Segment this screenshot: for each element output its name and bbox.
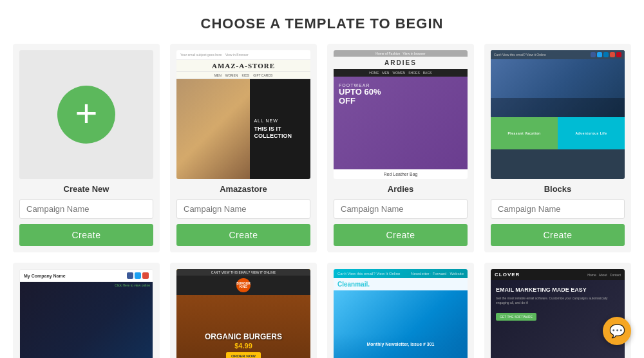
company-name: My Company Name — [24, 274, 66, 278]
clover-nav-home: Home — [587, 273, 596, 277]
linkedin-icon — [603, 52, 609, 57]
clover-nav: CLOVER Home About Contact — [491, 269, 625, 280]
template-card-company: My Company Name Click Here to view onlin… — [13, 263, 160, 358]
cleanmail-top-bar: Can't View this email? View It Online Ne… — [334, 269, 468, 278]
twitter-icon — [597, 52, 602, 57]
blocks-cell-adventure: Adventurous Life — [558, 117, 625, 149]
cleanmail-issue: Monthly Newsletter, Issue # 301 — [366, 342, 434, 346]
template-card-burger: CAN'T VIEW THIS EMAIL? VIEW IT ONLINE BU… — [170, 263, 317, 358]
ardies-nav-men: MEN — [382, 71, 389, 75]
amazastore-label: Amazastore — [220, 184, 267, 194]
amaz-view-browser: View in Browser — [225, 53, 249, 57]
clover-preview: CLOVER Home About Contact EMAIL MARKETIN… — [491, 269, 625, 358]
amaz-brand: AMAZ-A-STORE — [176, 60, 310, 71]
ardies-label: Ardies — [388, 184, 413, 194]
company-header: My Company Name — [20, 270, 153, 282]
ardies-preview: Home of Fashion View in browser ARDIES H… — [334, 50, 468, 179]
amaz-text-panel: ALL NEW THIS IS IT COLLECTION — [250, 79, 310, 179]
page-title: CHOOSE A TEMPLATE TO BEGIN — [0, 15, 644, 32]
blocks-cell-vacation: Pleasant Vacation — [491, 117, 558, 149]
clover-hero: EMAIL MARKETING MADE EASY Get the most r… — [491, 280, 625, 358]
create-new-campaign-input[interactable] — [19, 199, 153, 219]
burger-king-logo: BURGERKING — [236, 278, 251, 292]
create-new-preview: + — [19, 50, 153, 179]
amaz-header-bar: Your email subject goes here View in Bro… — [176, 50, 310, 60]
burger-order-btn: ORDER NOW — [226, 352, 261, 358]
ardies-view-text: View in browser — [403, 52, 426, 55]
plus-circle: + — [57, 86, 115, 144]
blocks-preview: Can't View this email? View it Online Pl… — [491, 50, 625, 179]
company-fb-icon — [127, 272, 133, 279]
ardies-nav-bags: BAGS — [423, 71, 432, 75]
clover-nav-about: About — [599, 273, 607, 277]
cleanmail-hero: Monthly Newsletter, Issue # 301 — [334, 290, 468, 358]
blocks-top-text: Can't View this email? View it Online — [494, 53, 546, 57]
clover-nav-links: Home About Contact — [587, 273, 621, 277]
burger-price: $4.99 — [234, 342, 252, 350]
ardies-top-text: Home of Fashion — [375, 52, 400, 55]
company-hero: Click Here to view online — [20, 282, 153, 358]
ardies-product: Red Leather Bag — [334, 169, 468, 179]
template-card-cleanmail: Can't View this email? View It Online Ne… — [327, 263, 474, 358]
ardies-footwear: FOOTWEAR — [339, 83, 462, 88]
clover-sub: Get the most reliable email software. Cu… — [496, 296, 620, 305]
ardies-nav: HOME MEN WOMEN SHOES BAGS — [334, 69, 468, 77]
burger-preview: CAN'T VIEW THIS EMAIL? VIEW IT ONLINE BU… — [176, 269, 310, 358]
amaz-nav-gift: GIFT CARDS — [253, 73, 272, 77]
ardies-create-button[interactable]: Create — [334, 224, 468, 246]
blocks-social-icons — [591, 52, 621, 57]
company-preview: My Company Name Click Here to view onlin… — [19, 269, 153, 358]
clover-headline: EMAIL MARKETING MADE EASY — [496, 287, 620, 294]
amaz-nav-kids: KIDS — [242, 73, 249, 77]
company-tw-icon — [135, 272, 141, 279]
cleanmail-logo: Cleanmail. — [334, 278, 468, 290]
templates-grid-bottom: My Company Name Click Here to view onlin… — [0, 263, 644, 358]
amaz-figure — [176, 79, 250, 179]
ardies-logo: ARDIES — [334, 57, 468, 69]
burger-hero: ORGANIC BURGERS $4.99 ORDER NOW — [176, 295, 310, 358]
company-gp-icon — [142, 272, 149, 279]
clover-logo: CLOVER — [495, 272, 520, 278]
company-social — [127, 272, 149, 279]
template-card-create-new: + Create New Create — [13, 44, 160, 252]
create-new-button[interactable]: Create — [19, 224, 153, 246]
facebook-icon — [591, 52, 596, 57]
template-card-clover: CLOVER Home About Contact EMAIL MARKETIN… — [484, 263, 631, 358]
templates-grid-top: + Create New Create Your email subject g… — [0, 44, 644, 263]
chat-icon: 💬 — [609, 323, 625, 339]
plus-icon: + — [75, 94, 97, 133]
amaz-body: ALL NEW THIS IS IT COLLECTION — [176, 79, 310, 179]
cleanmail-brand: Cleanmail. — [337, 281, 370, 288]
amaz-h2: THIS IS IT — [254, 126, 281, 132]
create-new-label: Create New — [64, 184, 109, 194]
blocks-campaign-input[interactable] — [491, 199, 625, 219]
amaz-all-new: ALL NEW — [254, 118, 307, 123]
clover-cta-btn: GET THE SOFTWARE — [496, 313, 536, 321]
amaz-model-image — [176, 79, 250, 179]
blocks-label: Blocks — [544, 184, 572, 194]
ardies-upto: UPTO 60%OFF — [339, 88, 462, 106]
blocks-top-bar: Can't View this email? View it Online — [491, 50, 625, 59]
ardies-top-bar: Home of Fashion View in browser — [334, 50, 468, 57]
amazastore-create-button[interactable]: Create — [176, 224, 310, 246]
cleanmail-links: Newsletter · Forward · Website — [411, 272, 464, 276]
blocks-grid: Pleasant Vacation Adventurous Life — [491, 117, 625, 179]
template-card-blocks: Can't View this email? View it Online Pl… — [484, 44, 631, 252]
cleanmail-cant-view: Can't View this email? View It Online — [337, 272, 400, 276]
blocks-hero-overlay — [491, 98, 625, 117]
ardies-banner: FOOTWEAR UPTO 60%OFF — [334, 77, 468, 169]
blocks-hero-image — [491, 59, 625, 117]
amazastore-preview: Your email subject goes here View in Bro… — [176, 50, 310, 179]
company-view-link: Click Here to view online — [115, 283, 150, 287]
template-card-ardies: Home of Fashion View in browser ARDIES H… — [327, 44, 474, 252]
ardies-nav-women: WOMEN — [392, 71, 405, 75]
amazastore-campaign-input[interactable] — [176, 199, 310, 219]
amaz-subject: Your email subject goes here — [180, 53, 222, 57]
blocks-create-button[interactable]: Create — [491, 224, 625, 246]
chat-support-button[interactable]: 💬 — [603, 317, 631, 345]
amaz-this-is: THIS IS IT COLLECTION — [254, 126, 307, 140]
ardies-campaign-input[interactable] — [334, 199, 468, 219]
cleanmail-preview: Can't View this email? View It Online Ne… — [334, 269, 468, 358]
burger-top-bar: CAN'T VIEW THIS EMAIL? VIEW IT ONLINE — [176, 269, 310, 276]
amaz-nav: MEN WOMEN KIDS GIFT CARDS — [176, 71, 310, 79]
